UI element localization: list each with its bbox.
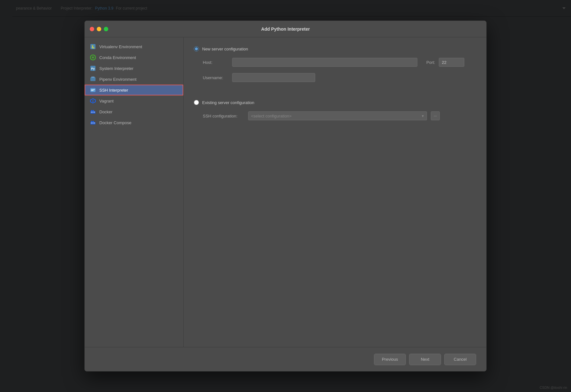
existing-server-label: Existing server configuration xyxy=(202,100,254,105)
svg-rect-20 xyxy=(91,121,92,122)
port-input[interactable] xyxy=(439,58,464,67)
ssh-config-edit-button[interactable]: ··· xyxy=(431,111,440,120)
vagrant-icon: V xyxy=(90,98,96,104)
modal-overlay: Add Python Interpreter 🐍 Virtualenv Envi… xyxy=(0,0,571,392)
port-label: Port: xyxy=(426,60,435,65)
svg-rect-9 xyxy=(91,89,95,90)
svg-rect-14 xyxy=(91,110,92,111)
svg-text:🐍: 🐍 xyxy=(91,45,95,49)
ssh-config-select[interactable]: <select configuration> xyxy=(248,111,427,120)
svg-rect-21 xyxy=(93,121,94,122)
sidebar-item-pipenv[interactable]: Pipenv Environment xyxy=(85,74,183,85)
docker-label: Docker xyxy=(99,109,112,114)
new-server-radio[interactable] xyxy=(194,46,199,51)
svg-rect-15 xyxy=(93,110,94,111)
dialog-title: Add Python Interpreter xyxy=(261,26,310,32)
sidebar-item-ssh[interactable]: SSH Interpreter xyxy=(85,85,183,95)
docker-icon xyxy=(90,109,96,115)
pipenv-icon xyxy=(90,76,96,82)
interpreter-type-sidebar: 🐍 Virtualenv Environment Conda Environme… xyxy=(85,37,184,347)
docker-compose-icon xyxy=(90,119,96,126)
host-label: Host: xyxy=(203,60,228,65)
ssh-config-group: SSH configuration: <select configuration… xyxy=(203,111,476,120)
cancel-button[interactable]: Cancel xyxy=(444,354,476,365)
system-label: System Interpreter xyxy=(99,66,133,71)
dialog-body: 🐍 Virtualenv Environment Conda Environme… xyxy=(85,37,486,347)
window-controls xyxy=(90,27,108,31)
sidebar-item-docker[interactable]: Docker xyxy=(85,106,183,117)
svg-rect-22 xyxy=(91,123,92,124)
docker-compose-label: Docker Compose xyxy=(99,120,131,125)
svg-rect-17 xyxy=(93,112,94,113)
new-server-label: New server configuration xyxy=(202,47,248,51)
window-maximize-button[interactable] xyxy=(104,27,108,31)
ssh-config-label: SSH configuration: xyxy=(203,114,244,118)
ssh-config-placeholder: <select configuration> xyxy=(251,114,292,118)
dialog-footer: Previous Next Cancel xyxy=(85,347,486,371)
username-label: Username: xyxy=(203,75,228,80)
svg-rect-18 xyxy=(94,112,95,113)
dialog-right-content: New server configuration Host: Port: Use… xyxy=(184,37,486,347)
sidebar-item-conda[interactable]: Conda Environment xyxy=(85,52,183,63)
previous-button[interactable]: Previous xyxy=(374,354,406,365)
sidebar-item-system[interactable]: Py System Interpreter xyxy=(85,63,183,74)
vagrant-label: Vagrant xyxy=(99,99,114,103)
sidebar-item-vagrant[interactable]: V Vagrant xyxy=(85,95,183,106)
window-minimize-button[interactable] xyxy=(97,27,101,31)
svg-point-3 xyxy=(92,57,94,58)
ssh-config-select-wrapper: <select configuration> ▼ xyxy=(248,111,427,120)
username-input[interactable] xyxy=(232,73,315,82)
conda-label: Conda Environment xyxy=(99,55,136,60)
pipenv-label: Pipenv Environment xyxy=(99,77,136,82)
svg-rect-16 xyxy=(91,112,92,113)
host-field-group: Host: Port: xyxy=(203,58,476,67)
new-server-radio-option: New server configuration xyxy=(194,46,476,51)
ellipsis-icon: ··· xyxy=(434,114,437,118)
ssh-label: SSH Interpreter xyxy=(99,88,128,93)
username-field-group: Username: xyxy=(203,73,476,82)
add-python-interpreter-dialog: Add Python Interpreter 🐍 Virtualenv Envi… xyxy=(84,20,487,372)
sidebar-item-docker-compose[interactable]: Docker Compose xyxy=(85,117,183,128)
virtualenv-label: Virtualenv Environment xyxy=(99,44,142,49)
svg-text:Py: Py xyxy=(91,67,95,70)
svg-rect-6 xyxy=(90,77,95,81)
existing-server-radio[interactable] xyxy=(194,100,199,105)
svg-rect-23 xyxy=(93,123,94,124)
existing-server-radio-option: Existing server configuration xyxy=(194,100,476,105)
conda-icon xyxy=(90,54,96,61)
svg-rect-7 xyxy=(91,77,95,78)
host-input[interactable] xyxy=(232,58,417,67)
next-button[interactable]: Next xyxy=(409,354,441,365)
ssh-icon xyxy=(90,87,96,93)
sidebar-item-virtualenv[interactable]: 🐍 Virtualenv Environment xyxy=(85,41,183,52)
svg-text:V: V xyxy=(92,100,94,103)
svg-rect-10 xyxy=(91,90,94,91)
svg-rect-24 xyxy=(94,123,95,124)
window-close-button[interactable] xyxy=(90,27,94,31)
virtualenv-icon: 🐍 xyxy=(90,43,96,50)
dialog-titlebar: Add Python Interpreter xyxy=(85,21,486,37)
system-icon: Py xyxy=(90,65,96,72)
